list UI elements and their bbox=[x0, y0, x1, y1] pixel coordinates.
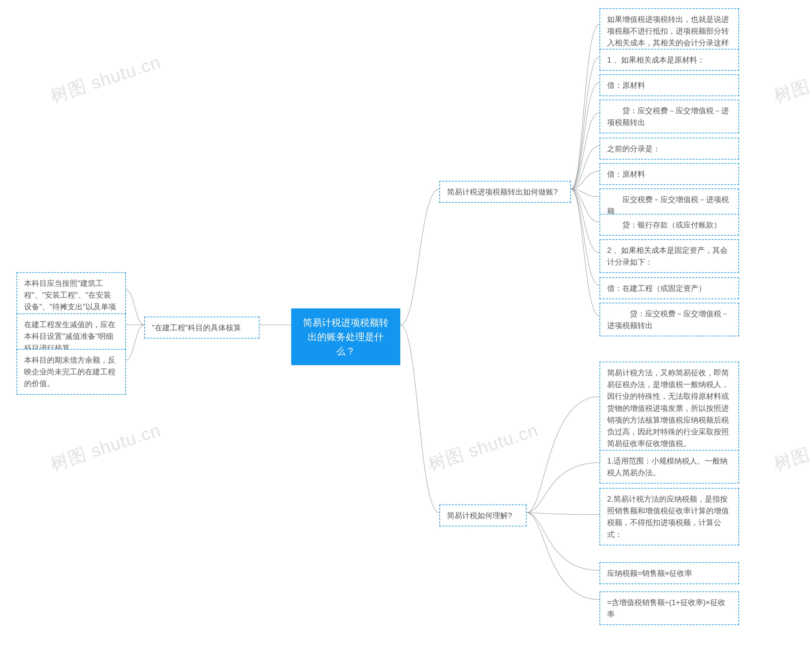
watermark: 树图 shutu.cn bbox=[771, 418, 812, 476]
leaf-r0-7[interactable]: 贷：银行存款（或应付账款） bbox=[600, 214, 739, 236]
leaf-r0-5[interactable]: 借：原材料 bbox=[600, 163, 739, 185]
watermark: 树图 shutu.cn bbox=[47, 418, 164, 476]
leaf-r0-8[interactable]: 2 、如果相关成本是固定资产，其会计分录如下： bbox=[600, 239, 739, 273]
watermark: 树图 shutu.cn bbox=[47, 50, 164, 108]
root-node[interactable]: 简易计税进项税额转出的账务处理是什么？ bbox=[291, 308, 400, 365]
branch-left[interactable]: "在建工程"科目的具体核算 bbox=[144, 317, 259, 339]
watermark: 树图 shutu.cn bbox=[771, 50, 812, 108]
watermark: 树图 shutu.cn bbox=[425, 418, 542, 476]
leaf-r1-3[interactable]: 应纳税额=销售额×征收率 bbox=[600, 562, 739, 584]
branch-right-1[interactable]: 简易计税如何理解? bbox=[439, 504, 527, 526]
leaf-left-2[interactable]: 本科目的期末借方余额，反映企业尚未完工的在建工程的价值。 bbox=[17, 349, 126, 395]
leaf-r1-4[interactable]: =含增值税销售额÷(1+征收率)×征收率 bbox=[600, 591, 739, 625]
leaf-r0-1[interactable]: 1 、如果相关成本是原材料： bbox=[600, 49, 739, 71]
leaf-r0-4[interactable]: 之前的分录是： bbox=[600, 138, 739, 160]
leaf-r0-9[interactable]: 借：在建工程（或固定资产） bbox=[600, 277, 739, 299]
leaf-r1-1[interactable]: 1.适用范围：小规模纳税人、一般纳税人简易办法。 bbox=[600, 450, 739, 484]
leaf-r0-3[interactable]: 贷：应交税费－应交增值税－进项税额转出 bbox=[600, 99, 739, 133]
leaf-r1-0[interactable]: 简易计税方法，又称简易征收，即简易征税办法，是增值税一般纳税人，因行业的特殊性，… bbox=[600, 362, 739, 454]
leaf-r1-2[interactable]: 2.简易计税方法的应纳税额，是指按照销售额和增值税征收率计算的增值税额，不得抵扣… bbox=[600, 488, 739, 545]
leaf-r0-2[interactable]: 借：原材料 bbox=[600, 74, 739, 96]
branch-right-0[interactable]: 简易计税进项税额转出如何做账? bbox=[439, 181, 571, 203]
leaf-r0-10[interactable]: 贷：应交税费－应交增值税－进项税额转出 bbox=[600, 303, 739, 336]
